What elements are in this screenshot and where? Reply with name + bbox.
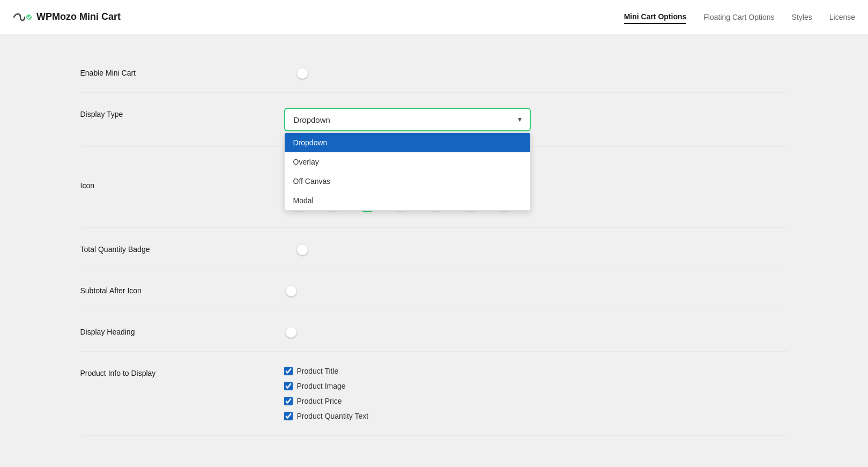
dropdown-option-offcanvas[interactable]: Off Canvas xyxy=(285,172,530,191)
display-heading-row: Display Heading xyxy=(80,310,788,352)
subtotal-after-icon-label: Subtotal After Icon xyxy=(80,284,284,295)
product-info-row: Product Info to Display Product Title Pr… xyxy=(80,352,788,436)
enable-mini-cart-label: Enable Mini Cart xyxy=(80,66,284,77)
icon-label: Icon xyxy=(80,179,284,190)
display-type-dropdown-container: Dropdown ▼ Dropdown Overlay Off Canvas M… xyxy=(284,108,531,131)
product-price-checkbox[interactable] xyxy=(284,397,293,405)
enable-mini-cart-row: Enable Mini Cart xyxy=(80,51,788,93)
product-quantity-checkbox-item[interactable]: Product Quantity Text xyxy=(284,412,788,420)
nav-mini-cart-options[interactable]: Mini Cart Options xyxy=(624,10,687,24)
product-image-checkbox-item[interactable]: Product Image xyxy=(284,382,788,390)
display-type-label: Display Type xyxy=(80,108,284,118)
dropdown-menu: Dropdown Overlay Off Canvas Modal xyxy=(284,132,531,211)
dropdown-option-dropdown[interactable]: Dropdown xyxy=(285,133,530,152)
product-quantity-checkbox[interactable] xyxy=(284,412,293,420)
product-title-checkbox-item[interactable]: Product Title xyxy=(284,367,788,375)
display-heading-label: Display Heading xyxy=(80,325,284,336)
product-image-checkbox[interactable] xyxy=(284,382,293,390)
nav-license[interactable]: License xyxy=(829,11,855,24)
toggle-thumb-heading xyxy=(286,327,296,338)
dropdown-option-modal[interactable]: Modal xyxy=(285,191,530,210)
product-quantity-checkbox-label: Product Quantity Text xyxy=(297,412,369,420)
main-content: Enable Mini Cart Display Type Dropdown ▼… xyxy=(59,34,810,453)
subtotal-after-icon-row: Subtotal After Icon xyxy=(80,269,788,310)
header-nav: Mini Cart Options Floating Cart Options … xyxy=(624,10,855,24)
toggle-thumb-subtotal xyxy=(286,286,296,296)
total-quantity-badge-row: Total Quantity Badge xyxy=(80,228,788,269)
logo-icon xyxy=(13,11,32,24)
product-info-label: Product Info to Display xyxy=(80,367,284,377)
nav-floating-cart-options[interactable]: Floating Cart Options xyxy=(703,11,774,24)
total-quantity-badge-label: Total Quantity Badge xyxy=(80,243,284,254)
nav-styles[interactable]: Styles xyxy=(792,11,812,24)
header: WPMozo Mini Cart Mini Cart Options Float… xyxy=(0,0,868,34)
toggle-thumb-qty xyxy=(297,244,308,255)
product-price-checkbox-item[interactable]: Product Price xyxy=(284,397,788,405)
product-image-checkbox-label: Product Image xyxy=(297,382,346,390)
logo-text: WPMozo Mini Cart xyxy=(36,11,121,23)
display-type-dropdown[interactable]: Dropdown xyxy=(284,108,531,131)
product-info-checkboxes: Product Title Product Image Product Pric… xyxy=(284,367,788,420)
dropdown-option-overlay[interactable]: Overlay xyxy=(285,152,530,172)
toggle-thumb xyxy=(297,68,308,79)
product-info-control: Product Title Product Image Product Pric… xyxy=(284,367,788,420)
display-type-control: Dropdown ▼ Dropdown Overlay Off Canvas M… xyxy=(284,108,788,131)
product-title-checkbox-label: Product Title xyxy=(297,367,339,375)
product-title-checkbox[interactable] xyxy=(284,367,293,375)
logo: WPMozo Mini Cart xyxy=(13,11,121,24)
product-price-checkbox-label: Product Price xyxy=(297,397,342,405)
dropdown-selected-value: Dropdown xyxy=(294,115,330,124)
